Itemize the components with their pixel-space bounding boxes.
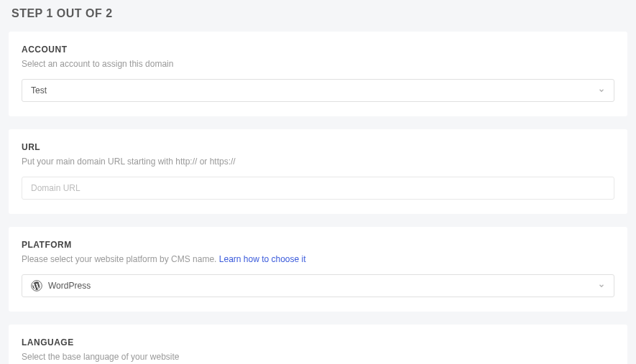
account-select[interactable]: Test: [22, 79, 614, 102]
platform-subtitle: Please select your website platform by C…: [22, 254, 614, 264]
account-select-value: Test: [31, 85, 598, 95]
platform-title: PLATFORM: [22, 240, 614, 250]
platform-learn-link[interactable]: Learn how to choose it: [219, 254, 306, 264]
url-card: URL Put your main domain URL starting wi…: [9, 129, 627, 214]
chevron-down-icon: [598, 282, 605, 289]
account-title: ACCOUNT: [22, 45, 614, 55]
chevron-down-icon: [598, 87, 605, 94]
platform-subtitle-text: Please select your website platform by C…: [22, 254, 219, 264]
url-input[interactable]: [22, 177, 614, 200]
step-title: STEP 1 OUT OF 2: [9, 7, 627, 20]
wordpress-icon: [31, 280, 42, 291]
url-title: URL: [22, 142, 614, 152]
language-subtitle: Select the base language of your website: [22, 352, 614, 362]
account-card: ACCOUNT Select an account to assign this…: [9, 32, 627, 116]
url-subtitle: Put your main domain URL starting with h…: [22, 157, 614, 167]
platform-select-value: WordPress: [48, 281, 598, 291]
account-subtitle: Select an account to assign this domain: [22, 59, 614, 69]
platform-card: PLATFORM Please select your website plat…: [9, 227, 627, 312]
language-card: LANGUAGE Select the base language of you…: [9, 325, 627, 364]
platform-select[interactable]: WordPress: [22, 274, 614, 297]
language-title: LANGUAGE: [22, 337, 614, 347]
